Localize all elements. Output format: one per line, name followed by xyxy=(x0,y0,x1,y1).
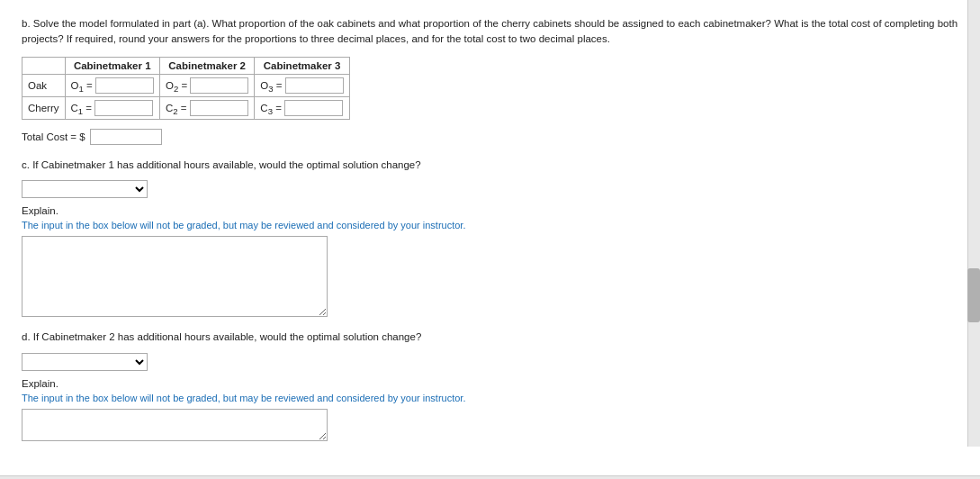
o1-input[interactable] xyxy=(95,77,154,94)
c2-label: C2 = xyxy=(166,103,187,113)
row-label-cherry: Cherry xyxy=(22,96,66,119)
o2-input[interactable] xyxy=(190,77,248,94)
section-d-note: The input in the box below will not be g… xyxy=(22,393,958,403)
o3-label: O3 = xyxy=(260,80,282,91)
table-row-cherry: Cherry C1 = C2 = C3 = xyxy=(22,96,350,119)
scrollbar-thumb[interactable] xyxy=(967,268,980,322)
cell-c1: C1 = xyxy=(65,96,159,119)
section-b-question: b. Solve the model formulated in part (a… xyxy=(22,16,958,48)
cell-c2: C2 = xyxy=(159,96,254,119)
page-container: b. Solve the model formulated in part (a… xyxy=(0,0,980,479)
section-c-dropdown-wrap: Yes No xyxy=(22,180,958,198)
section-c-explain-label: Explain. xyxy=(22,205,958,216)
section-c-note: The input in the box below will not be g… xyxy=(22,220,958,230)
c3-input[interactable] xyxy=(284,100,343,116)
col-header-cm3: Cabinetmaker 3 xyxy=(255,57,349,74)
section-d-textarea[interactable] xyxy=(22,409,328,441)
col-header-cm2: Cabinetmaker 2 xyxy=(159,57,254,74)
c1-input[interactable] xyxy=(94,100,153,116)
total-cost-label: Total Cost = $ xyxy=(22,131,85,142)
o1-label: O1 = xyxy=(71,80,93,91)
section-d: d. If Cabinetmaker 2 has additional hour… xyxy=(22,330,958,440)
section-c-question: c. If Cabinetmaker 1 has additional hour… xyxy=(22,158,958,173)
col-header-empty xyxy=(22,57,66,74)
c2-input[interactable] xyxy=(190,100,248,116)
cell-o1: O1 = xyxy=(65,74,159,96)
section-d-question: d. If Cabinetmaker 2 has additional hour… xyxy=(22,330,958,345)
o2-label: O2 = xyxy=(166,80,187,91)
scrollbar-track xyxy=(967,0,980,447)
total-cost-input[interactable] xyxy=(90,129,162,145)
total-cost-row: Total Cost = $ xyxy=(22,129,958,145)
cell-o2: O2 = xyxy=(159,74,254,96)
section-c-textarea[interactable] xyxy=(22,236,328,317)
cell-c3: C3 = xyxy=(255,96,349,119)
bottom-nav: ❮ Previous xyxy=(0,475,980,479)
section-c-dropdown[interactable]: Yes No xyxy=(22,180,148,198)
section-b: b. Solve the model formulated in part (a… xyxy=(22,16,958,145)
c1-label: C1 = xyxy=(71,103,93,113)
c3-label: C3 = xyxy=(260,103,282,113)
col-header-cm1: Cabinetmaker 1 xyxy=(65,57,159,74)
cell-o3: O3 = xyxy=(255,74,349,96)
section-c: c. If Cabinetmaker 1 has additional hour… xyxy=(22,158,958,317)
section-d-dropdown[interactable]: Yes No xyxy=(22,353,148,371)
table-row-oak: Oak O1 = O2 = O3 = xyxy=(22,74,350,96)
section-d-explain-label: Explain. xyxy=(22,378,958,389)
assignment-table: Cabinetmaker 1 Cabinetmaker 2 Cabinetmak… xyxy=(22,57,350,121)
o3-input[interactable] xyxy=(285,77,344,94)
table-wrap: Cabinetmaker 1 Cabinetmaker 2 Cabinetmak… xyxy=(22,57,958,121)
section-d-dropdown-wrap: Yes No xyxy=(22,353,958,371)
row-label-oak: Oak xyxy=(22,74,66,96)
